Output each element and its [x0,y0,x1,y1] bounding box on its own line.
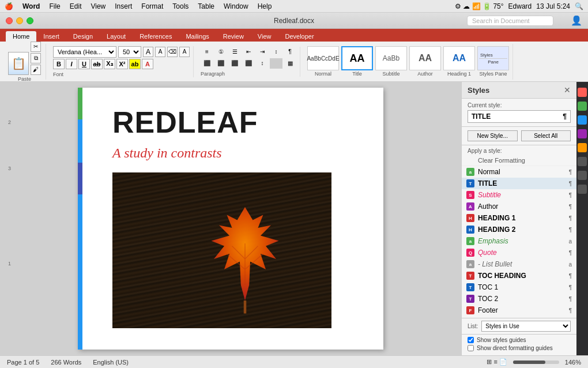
align-left-button[interactable]: ⬛ [201,58,213,69]
increase-indent-button[interactable]: ⇥ [256,47,269,57]
style-title[interactable]: AA Title [341,46,373,77]
sidebar-icon-1[interactable] [578,88,587,97]
italic-button[interactable]: I [66,59,77,69]
tab-layout[interactable]: Layout [100,31,133,42]
align-center-button[interactable]: ⬛ [214,58,227,69]
clear-format-button[interactable]: ⌫ [167,47,178,57]
style-entry-quote[interactable]: Q Quote ¶ [462,247,576,258]
style-entry-footer[interactable]: F Footer ¶ [462,305,576,316]
tab-review[interactable]: Review [216,31,251,42]
status-bar-right: ⊞ ≡ 📄 146% [487,358,581,366]
tab-view[interactable]: View [251,31,278,42]
menu-window[interactable]: Window [224,2,248,10]
bar-blue [78,119,82,163]
select-all-button[interactable]: Select All [521,130,571,141]
style-entry-toc-heading[interactable]: T TOC HEADING ¶ [462,270,576,281]
menu-table[interactable]: Table [198,2,214,10]
justify-button[interactable]: ⬛ [242,58,255,69]
font-name-select[interactable]: Verdana (Hea... [53,46,116,58]
menu-edit[interactable]: Edit [70,2,82,10]
line-spacing-button[interactable]: ↕ [256,58,269,69]
zoom-slider[interactable] [513,361,559,364]
tab-mailings[interactable]: Mailings [179,31,216,42]
strikethrough-button[interactable]: ab [91,59,103,69]
status-bar: Page 1 of 5 266 Words English (US) ⊞ ≡ 📄… [0,355,588,368]
menu-format[interactable]: Format [141,2,163,10]
sidebar-icon-2[interactable] [578,102,587,111]
style-entry-emphasis[interactable]: a Emphasis a [462,235,576,247]
subscript-button[interactable]: X₂ [104,59,115,69]
bullets-button[interactable]: ≡ [201,47,213,57]
minimize-button[interactable] [16,17,23,24]
styles-pane-button[interactable]: Styles Pane Styles Pane [477,46,509,77]
styles-pane-close-button[interactable]: ✕ [564,85,571,95]
underline-button[interactable]: U [78,59,90,69]
style-subtitle[interactable]: AaBb Subtitle [375,46,407,77]
increase-font-button[interactable]: A [155,47,165,57]
decrease-indent-button[interactable]: ⇤ [242,47,255,57]
style-entry-author[interactable]: A Author ¶ [462,201,576,212]
paste-group: 📋 ✂ ⧉ 🖌 Paste [5,44,46,80]
toc2-swatch: T [466,295,474,303]
style-entry-toc2[interactable]: T TOC 2 ¶ [462,293,576,305]
tab-developer[interactable]: Developer [278,31,321,42]
menu-help[interactable]: Help [258,2,272,10]
copy-button[interactable]: ⧉ [31,53,41,63]
font-color-A-button[interactable]: A [142,59,153,69]
format-painter-button[interactable]: 🖌 [31,65,41,75]
sort-button[interactable]: ↕ [270,47,282,57]
sidebar-icon-8[interactable] [578,185,587,194]
style-entry-heading2[interactable]: H HEADING 2 ¶ [462,224,576,235]
highlight-button[interactable]: ab [129,59,141,69]
superscript-button[interactable]: X² [116,59,128,69]
sidebar-icon-5[interactable] [578,143,587,152]
show-formatting-button[interactable]: ¶ [284,47,296,57]
bold-button[interactable]: B [53,59,65,69]
document-search-input[interactable]: Search in Document [467,16,553,26]
clear-formatting-option[interactable]: Clear Formatting [462,155,576,166]
style-entry-toc1[interactable]: T TOC 1 ¶ [462,281,576,293]
menu-insert[interactable]: Insert [115,2,132,10]
sidebar-icon-3[interactable] [578,115,587,125]
menu-view[interactable]: View [91,2,105,10]
menu-tools[interactable]: Tools [172,2,189,10]
close-button[interactable] [6,17,13,24]
sidebar-icon-4[interactable] [578,129,587,138]
multilevel-button[interactable]: ☰ [228,47,241,57]
style-normal[interactable]: AaBbCcDdE Normal [307,46,339,77]
tab-references[interactable]: References [133,31,179,42]
new-style-button[interactable]: New Style... [468,130,518,141]
style-entry-list-bullet[interactable]: a - List Bullet a [462,258,576,270]
list-select[interactable]: Styles in Use All Styles Custom [481,321,571,332]
style-entry-title[interactable]: T TITLE ¶ [462,178,576,189]
font-color-button[interactable]: A [179,47,190,57]
tab-design[interactable]: Design [66,31,100,42]
shading-button[interactable] [270,58,282,69]
style-entry-heading1[interactable]: H HEADING 1 ¶ [462,212,576,224]
word-count-status: 266 Words [51,359,81,366]
align-right-button[interactable]: ⬛ [228,58,241,69]
maximize-button[interactable] [27,17,33,24]
decrease-font-button[interactable]: A [143,47,153,57]
style-entry-normal[interactable]: a Normal ¶ [462,166,576,178]
search-icon[interactable]: 🔍 [575,2,583,10]
paste-button[interactable]: 📋 [8,52,29,75]
style-author[interactable]: AA Author [409,46,441,77]
font-size-select[interactable]: 50 [118,46,141,58]
numbering-button[interactable]: ① [214,47,227,57]
list-bullet-style-name: - List Bullet [478,260,567,268]
sidebar-icon-7[interactable] [578,171,587,180]
footer-mark: ¶ [569,307,572,314]
show-styles-guides-checkbox[interactable] [468,337,474,343]
style-entry-subtitle[interactable]: S Subtitle ¶ [462,189,576,201]
window-title: Redleaf.docx [274,17,314,25]
cut-button[interactable]: ✂ [31,42,41,52]
show-direct-formatting-checkbox[interactable] [468,345,474,351]
sidebar-icon-6[interactable] [578,157,587,166]
borders-button[interactable]: ▦ [284,58,296,69]
tab-home[interactable]: Home [6,31,36,42]
menu-file[interactable]: File [49,2,60,10]
tab-insert[interactable]: Insert [36,31,66,42]
apple-menu[interactable]: 🍎 [5,2,13,10]
style-heading1[interactable]: AA Heading 1 [443,46,475,77]
